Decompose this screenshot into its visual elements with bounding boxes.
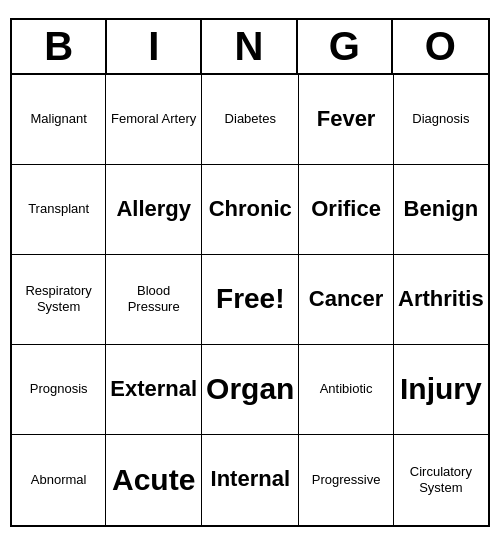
bingo-cell: Benign [394,165,488,255]
bingo-cell: Fever [299,75,393,165]
bingo-cell: Malignant [12,75,106,165]
bingo-header-letter: N [202,20,297,73]
bingo-header-letter: B [12,20,107,73]
bingo-cell: Diagnosis [394,75,488,165]
bingo-cell: Allergy [106,165,202,255]
bingo-header-letter: G [298,20,393,73]
bingo-cell: Diabetes [202,75,299,165]
bingo-cell: Organ [202,345,299,435]
bingo-cell: Respiratory System [12,255,106,345]
bingo-cell: Arthritis [394,255,488,345]
bingo-cell: External [106,345,202,435]
bingo-cell: Blood Pressure [106,255,202,345]
bingo-grid: MalignantFemoral ArteryDiabetesFeverDiag… [12,75,488,525]
bingo-cell: Circulatory System [394,435,488,525]
bingo-header: BINGO [12,20,488,75]
bingo-cell: Transplant [12,165,106,255]
bingo-cell: Cancer [299,255,393,345]
bingo-cell: Free! [202,255,299,345]
bingo-cell: Acute [106,435,202,525]
bingo-header-letter: O [393,20,488,73]
bingo-cell: Orifice [299,165,393,255]
bingo-cell: Injury [394,345,488,435]
bingo-cell: Femoral Artery [106,75,202,165]
bingo-cell: Chronic [202,165,299,255]
bingo-header-letter: I [107,20,202,73]
bingo-cell: Abnormal [12,435,106,525]
bingo-card: BINGO MalignantFemoral ArteryDiabetesFev… [10,18,490,527]
bingo-cell: Progressive [299,435,393,525]
bingo-cell: Internal [202,435,299,525]
bingo-cell: Antibiotic [299,345,393,435]
bingo-cell: Prognosis [12,345,106,435]
